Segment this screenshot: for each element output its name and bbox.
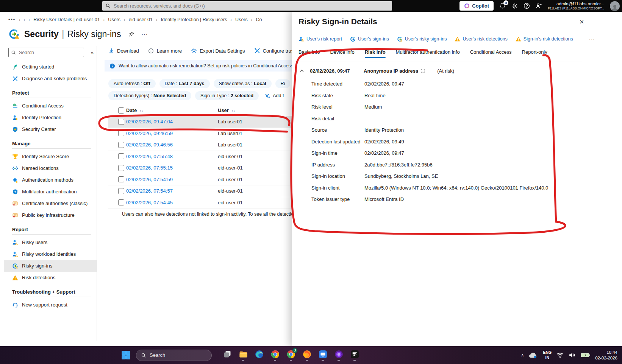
taskbar-app-z-app[interactable]: [350, 350, 359, 361]
taskbar-app-task-view[interactable]: [222, 350, 232, 361]
tab-basic-info[interactable]: Basic info: [298, 49, 320, 58]
sidebar-item-multifactor-authentication[interactable]: Multifactor authentication: [4, 186, 97, 198]
start-button-icon[interactable]: [121, 350, 131, 360]
panel-link-user-s-risk-report[interactable]: User's risk report: [298, 36, 342, 42]
filter-pill-detection-type-s[interactable]: Detection type(s) : None Selected: [108, 91, 191, 100]
row-date-link[interactable]: 02/02/2026, 09:46:56: [124, 142, 218, 148]
panel-link-user-s-risk-detections[interactable]: User's risk detections: [455, 36, 507, 42]
language-indicator[interactable]: ENG IN: [543, 350, 552, 360]
toolbar-download-button[interactable]: Download: [108, 48, 139, 54]
row-date-link[interactable]: 02/02/2026, 09:47:04: [124, 119, 218, 124]
filter-pill-show-dates-as[interactable]: Show dates as : Local: [214, 79, 272, 88]
clock[interactable]: 10:44 02-02-2026: [595, 350, 617, 361]
panel-more-button[interactable]: ···: [589, 36, 595, 42]
sidebar-item-risky-users[interactable]: Risky users: [4, 236, 97, 248]
sidebar-collapse-button[interactable]: «: [91, 50, 94, 55]
sidebar-search-input[interactable]: [8, 48, 84, 57]
row-checkbox[interactable]: [118, 153, 124, 159]
tab-multifactor-authentication-info[interactable]: Multifactor authentication info: [396, 49, 460, 58]
pin-icon[interactable]: [128, 31, 134, 37]
breadcrumb-item-co[interactable]: Co: [256, 17, 262, 22]
row-checkbox[interactable]: [118, 119, 124, 125]
tab-conditional-access[interactable]: Conditional Access: [470, 49, 512, 58]
select-all-checkbox[interactable]: [118, 107, 124, 114]
detail-label: Detection last updated: [311, 138, 361, 145]
row-date-link[interactable]: 02/02/2026, 07:54:59: [124, 177, 218, 182]
taskbar-app-firefox[interactable]: [302, 350, 312, 361]
breadcrumb-item-users[interactable]: Users: [108, 17, 120, 22]
sidebar-item-risky-sign-ins[interactable]: Risky sign-ins: [4, 260, 97, 272]
filter-pill-date[interactable]: Date : Last 7 days: [159, 79, 210, 88]
breadcrumb-item-eid-user-01[interactable]: eid-user-01: [129, 17, 153, 22]
add-filter-button[interactable]: Add f: [265, 93, 284, 99]
row-date-link[interactable]: 02/02/2026, 07:54:45: [124, 200, 218, 205]
taskbar-app-chrome-j[interactable]: J: [286, 350, 296, 361]
row-date-link[interactable]: 02/02/2026, 09:46:59: [124, 131, 218, 136]
filter-pill-auto-refresh[interactable]: Auto refresh : Off: [108, 79, 156, 88]
tray-chevron-up-icon[interactable]: ∧: [521, 353, 524, 358]
sidebar-item-identity-secure-score[interactable]: Identity Secure Score: [4, 151, 97, 162]
row-checkbox[interactable]: [118, 199, 124, 205]
detail-label: IP address: [311, 162, 361, 168]
feedback-icon[interactable]: [536, 3, 542, 9]
sidebar-item-public-key-infrastructure[interactable]: Public key infrastructure: [4, 209, 97, 221]
taskbar-search[interactable]: Search: [136, 350, 212, 361]
row-checkbox[interactable]: [118, 188, 124, 194]
sidebar-item-authentication-methods[interactable]: Authentication methods: [4, 174, 97, 186]
row-date-link[interactable]: 02/02/2026, 07:54:57: [124, 188, 218, 194]
sidebar-item-risk-detections[interactable]: Risk detections: [4, 272, 97, 283]
onedrive-cloud-icon[interactable]: [529, 352, 538, 358]
column-header-date[interactable]: Date ↑↓: [124, 107, 218, 113]
sidebar-item-named-locations[interactable]: Named locations: [4, 162, 97, 174]
row-checkbox[interactable]: [118, 165, 124, 171]
taskbar-app-edge[interactable]: [254, 350, 264, 361]
info-circle-icon[interactable]: [420, 68, 425, 73]
row-checkbox[interactable]: [118, 142, 124, 148]
taskbar-app-remote-desktop[interactable]: [318, 350, 328, 361]
panel-link-sign-in-s-risk-detections[interactable]: Sign-in's risk detections: [516, 36, 573, 42]
account-info[interactable]: admin@f11labs.onmicr... F11LABS (F11LABS…: [548, 1, 604, 11]
chevron-up-icon[interactable]: [299, 68, 304, 73]
tab-device-info[interactable]: Device info: [330, 49, 354, 58]
close-icon[interactable]: ✕: [579, 19, 584, 25]
sidebar-item-diagnose-and-solve-problems[interactable]: Diagnose and solve problems: [4, 73, 97, 84]
taskbar-app-chrome[interactable]: [270, 350, 280, 361]
panel-link-user-s-risky-sign-ins[interactable]: User's risky sign-ins: [397, 36, 447, 42]
breadcrumb-item-users[interactable]: Users: [235, 17, 248, 22]
taskbar-app-file-explorer[interactable]: [238, 350, 248, 361]
tab-risk-info[interactable]: Risk info: [365, 49, 386, 58]
breadcrumb-overflow-button[interactable]: •••: [8, 17, 16, 22]
sidebar-item-identity-protection[interactable]: Identity Protection: [4, 112, 97, 123]
settings-gear-icon[interactable]: [511, 3, 518, 9]
sidebar-item-risky-workload-identities[interactable]: Risky workload identities: [4, 248, 97, 260]
sidebar-item-conditional-access[interactable]: Conditional Access: [4, 100, 97, 112]
filter-pill-ri[interactable]: Ri: [275, 79, 291, 88]
page-more-button[interactable]: ···: [141, 31, 148, 37]
tab-report-only[interactable]: Report-only: [522, 49, 547, 58]
toolbar-learn-more-button[interactable]: Learn more: [148, 48, 182, 54]
taskbar-app-purple-app[interactable]: [334, 350, 344, 361]
panel-link-user-s-sign-ins[interactable]: User's sign-ins: [350, 36, 389, 42]
avatar[interactable]: [610, 1, 620, 11]
breadcrumb-item-identity-protection-risky-users[interactable]: Identity Protection | Risky users: [161, 17, 227, 22]
sidebar-item-label: Risky workload identities: [22, 251, 76, 257]
volume-icon[interactable]: [569, 352, 576, 358]
sidebar-item-security-center[interactable]: Security Center: [4, 123, 97, 135]
notifications-bell-icon[interactable]: 3: [499, 3, 506, 9]
toolbar-export-data-settings-button[interactable]: Export Data Settings: [191, 48, 245, 54]
row-date-link[interactable]: 02/02/2026, 07:55:48: [124, 154, 218, 159]
global-search-input[interactable]: [102, 1, 392, 11]
help-icon[interactable]: [524, 3, 530, 9]
row-checkbox[interactable]: [118, 176, 124, 182]
battery-icon[interactable]: [581, 353, 590, 358]
filter-pill-sign-in-type[interactable]: Sign-in Type : 2 selected: [195, 91, 259, 100]
wifi-icon[interactable]: [556, 352, 564, 358]
sidebar-item-certificate-authorities-classic[interactable]: Certificate authorities (classic): [4, 198, 97, 209]
divider: [298, 62, 582, 62]
sidebar-item-new-support-request[interactable]: New support request: [4, 299, 97, 311]
copilot-button[interactable]: Copilot: [459, 1, 494, 11]
breadcrumb-item-risky-user-details-eid-user-01[interactable]: Risky User Details | eid-user-01: [33, 17, 100, 22]
sidebar-item-getting-started[interactable]: Getting started: [4, 61, 97, 73]
row-checkbox[interactable]: [118, 130, 124, 136]
row-date-link[interactable]: 02/02/2026, 07:55:15: [124, 165, 218, 171]
